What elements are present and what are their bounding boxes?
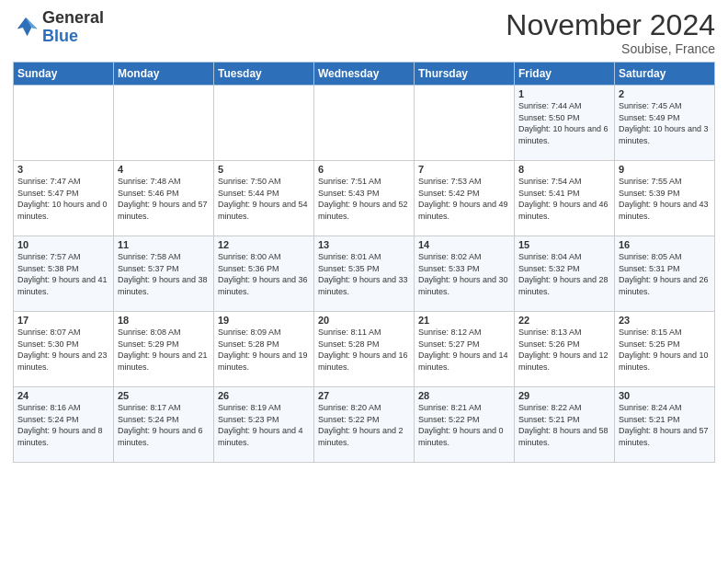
month-title: November 2024 [506,9,715,41]
table-row: 8Sunrise: 7:54 AM Sunset: 5:41 PM Daylig… [515,161,615,236]
table-row: 11Sunrise: 7:58 AM Sunset: 5:37 PM Dayli… [114,236,214,312]
col-sunday: Sunday [14,63,114,86]
day-info: Sunrise: 8:22 AM Sunset: 5:21 PM Dayligh… [518,402,610,448]
day-number: 20 [318,315,410,326]
calendar-week-row: 24Sunrise: 8:16 AM Sunset: 5:24 PM Dayli… [14,387,715,463]
calendar-week-row: 10Sunrise: 7:57 AM Sunset: 5:38 PM Dayli… [14,236,715,312]
day-number: 14 [418,239,510,250]
day-info: Sunrise: 7:51 AM Sunset: 5:43 PM Dayligh… [318,176,410,222]
table-row: 23Sunrise: 8:15 AM Sunset: 5:25 PM Dayli… [615,312,715,387]
table-row [314,86,415,161]
table-row: 19Sunrise: 8:09 AM Sunset: 5:28 PM Dayli… [214,312,314,387]
day-number: 4 [118,164,210,175]
day-info: Sunrise: 8:11 AM Sunset: 5:28 PM Dayligh… [318,327,410,373]
logo-general: General [42,8,104,27]
day-number: 17 [17,315,109,326]
day-info: Sunrise: 8:02 AM Sunset: 5:33 PM Dayligh… [418,251,510,297]
day-number: 15 [518,239,610,250]
calendar-week-row: 17Sunrise: 8:07 AM Sunset: 5:30 PM Dayli… [14,312,715,387]
calendar-week-row: 1Sunrise: 7:44 AM Sunset: 5:50 PM Daylig… [14,86,715,161]
table-row: 10Sunrise: 7:57 AM Sunset: 5:38 PM Dayli… [14,236,114,312]
col-thursday: Thursday [415,63,515,86]
day-number: 24 [17,390,109,401]
calendar-table: Sunday Monday Tuesday Wednesday Thursday… [13,62,715,463]
day-number: 29 [518,390,610,401]
calendar-header-row: Sunday Monday Tuesday Wednesday Thursday… [14,63,715,86]
day-number: 2 [619,88,711,99]
day-number: 8 [518,164,610,175]
day-number: 25 [118,390,210,401]
day-number: 11 [118,239,210,250]
day-info: Sunrise: 7:55 AM Sunset: 5:39 PM Dayligh… [619,176,711,222]
day-number: 30 [619,390,711,401]
table-row: 16Sunrise: 8:05 AM Sunset: 5:31 PM Dayli… [615,236,715,312]
table-row: 4Sunrise: 7:48 AM Sunset: 5:46 PM Daylig… [114,161,214,236]
col-monday: Monday [114,63,214,86]
day-info: Sunrise: 7:58 AM Sunset: 5:37 PM Dayligh… [118,251,210,297]
table-row: 17Sunrise: 8:07 AM Sunset: 5:30 PM Dayli… [14,312,114,387]
day-info: Sunrise: 7:47 AM Sunset: 5:47 PM Dayligh… [17,176,109,222]
table-row: 25Sunrise: 8:17 AM Sunset: 5:24 PM Dayli… [114,387,214,463]
day-number: 7 [418,164,510,175]
day-number: 21 [418,315,510,326]
table-row: 6Sunrise: 7:51 AM Sunset: 5:43 PM Daylig… [314,161,415,236]
table-row: 18Sunrise: 8:08 AM Sunset: 5:29 PM Dayli… [114,312,214,387]
col-wednesday: Wednesday [314,63,415,86]
col-saturday: Saturday [615,63,715,86]
day-number: 9 [619,164,711,175]
table-row: 27Sunrise: 8:20 AM Sunset: 5:22 PM Dayli… [314,387,415,463]
day-number: 1 [518,88,610,99]
day-number: 16 [619,239,711,250]
table-row [415,86,515,161]
day-info: Sunrise: 7:54 AM Sunset: 5:41 PM Dayligh… [518,176,610,222]
day-info: Sunrise: 8:16 AM Sunset: 5:24 PM Dayligh… [17,402,109,448]
table-row: 9Sunrise: 7:55 AM Sunset: 5:39 PM Daylig… [615,161,715,236]
day-info: Sunrise: 8:12 AM Sunset: 5:27 PM Dayligh… [418,327,510,373]
day-number: 23 [619,315,711,326]
logo: General Blue [13,9,104,46]
logo-text: General Blue [42,9,104,46]
day-number: 27 [318,390,410,401]
calendar-week-row: 3Sunrise: 7:47 AM Sunset: 5:47 PM Daylig… [14,161,715,236]
day-info: Sunrise: 7:50 AM Sunset: 5:44 PM Dayligh… [218,176,310,222]
table-row: 2Sunrise: 7:45 AM Sunset: 5:49 PM Daylig… [615,86,715,161]
day-info: Sunrise: 8:21 AM Sunset: 5:22 PM Dayligh… [418,402,510,448]
day-number: 26 [218,390,310,401]
day-info: Sunrise: 8:19 AM Sunset: 5:23 PM Dayligh… [218,402,310,448]
table-row [14,86,114,161]
day-info: Sunrise: 7:44 AM Sunset: 5:50 PM Dayligh… [518,100,610,146]
table-row: 22Sunrise: 8:13 AM Sunset: 5:26 PM Dayli… [515,312,615,387]
day-number: 22 [518,315,610,326]
table-row: 12Sunrise: 8:00 AM Sunset: 5:36 PM Dayli… [214,236,314,312]
location: Soubise, France [506,41,715,56]
table-row: 3Sunrise: 7:47 AM Sunset: 5:47 PM Daylig… [14,161,114,236]
day-number: 5 [218,164,310,175]
calendar-page: General Blue November 2024 Soubise, Fran… [0,0,728,563]
day-info: Sunrise: 8:07 AM Sunset: 5:30 PM Dayligh… [17,327,109,373]
day-info: Sunrise: 7:57 AM Sunset: 5:38 PM Dayligh… [17,251,109,297]
day-number: 28 [418,390,510,401]
table-row: 20Sunrise: 8:11 AM Sunset: 5:28 PM Dayli… [314,312,415,387]
table-row [114,86,214,161]
day-info: Sunrise: 8:24 AM Sunset: 5:21 PM Dayligh… [619,402,711,448]
table-row: 1Sunrise: 7:44 AM Sunset: 5:50 PM Daylig… [515,86,615,161]
table-row: 24Sunrise: 8:16 AM Sunset: 5:24 PM Dayli… [14,387,114,463]
table-row: 15Sunrise: 8:04 AM Sunset: 5:32 PM Dayli… [515,236,615,312]
header: General Blue November 2024 Soubise, Fran… [13,9,715,56]
day-number: 19 [218,315,310,326]
day-info: Sunrise: 8:08 AM Sunset: 5:29 PM Dayligh… [118,327,210,373]
day-number: 10 [17,239,109,250]
table-row: 28Sunrise: 8:21 AM Sunset: 5:22 PM Dayli… [415,387,515,463]
day-info: Sunrise: 7:48 AM Sunset: 5:46 PM Dayligh… [118,176,210,222]
title-block: November 2024 Soubise, France [506,9,715,56]
day-info: Sunrise: 8:00 AM Sunset: 5:36 PM Dayligh… [218,251,310,297]
day-number: 13 [318,239,410,250]
day-number: 12 [218,239,310,250]
day-info: Sunrise: 8:01 AM Sunset: 5:35 PM Dayligh… [318,251,410,297]
col-friday: Friday [515,63,615,86]
day-info: Sunrise: 8:15 AM Sunset: 5:25 PM Dayligh… [619,327,711,373]
table-row: 14Sunrise: 8:02 AM Sunset: 5:33 PM Dayli… [415,236,515,312]
day-info: Sunrise: 8:20 AM Sunset: 5:22 PM Dayligh… [318,402,410,448]
day-info: Sunrise: 7:53 AM Sunset: 5:42 PM Dayligh… [418,176,510,222]
table-row: 5Sunrise: 7:50 AM Sunset: 5:44 PM Daylig… [214,161,314,236]
